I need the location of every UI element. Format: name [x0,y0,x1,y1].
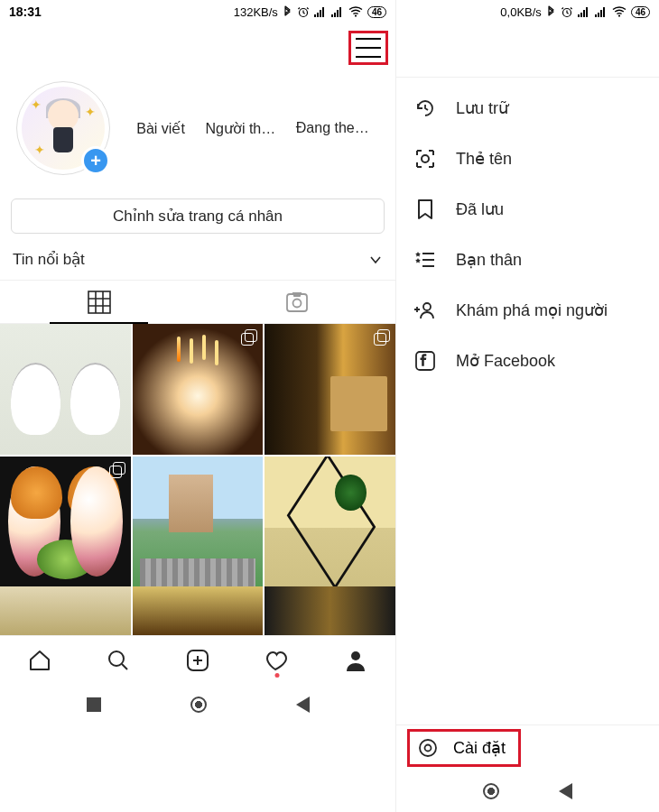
plus-square-icon [185,648,210,673]
chevron-down-icon [368,253,383,267]
profile-top-bar [0,23,395,72]
multi-post-icon [109,462,125,478]
settings-label[interactable]: Cài đặt [453,738,506,758]
post-thumbnail[interactable] [133,324,264,455]
gear-icon[interactable] [415,735,441,761]
recents-button[interactable] [87,697,101,712]
svg-point-12 [292,299,301,307]
svg-rect-3 [320,10,321,17]
bluetooth-icon [283,5,292,18]
svg-point-13 [109,651,124,666]
svg-point-15 [351,651,360,660]
signal-icon [331,6,344,17]
home-tab[interactable] [26,647,53,674]
menu-close-friends[interactable]: Bạn thân [396,235,659,285]
svg-point-29 [420,740,436,756]
menu-open-facebook[interactable]: Mở Facebook [396,336,659,386]
home-icon [27,648,52,673]
svg-point-9 [355,15,357,17]
following-stat[interactable]: Đang the… [296,120,369,137]
post-thumbnail[interactable] [133,457,264,587]
svg-point-26 [422,155,429,162]
search-tab[interactable] [105,647,132,674]
tagged-tab[interactable] [198,281,395,323]
post-thumbnail[interactable] [265,586,395,635]
svg-rect-6 [334,13,336,17]
settings-row: Cài đặt [396,724,659,770]
hamburger-icon[interactable] [356,38,381,58]
svg-point-25 [618,15,620,17]
activity-tab[interactable] [264,647,291,674]
profile-avatar[interactable]: ✦✦✦✦ + [16,81,110,175]
tagged-icon [284,290,310,315]
menu-label: Đã lưu [456,199,504,219]
menu-discover-people[interactable]: Khám phá mọi người [396,285,659,336]
grid-tab[interactable] [0,281,198,323]
svg-rect-21 [595,14,597,17]
add-story-icon[interactable]: + [81,146,110,175]
menu-label: Mở Facebook [456,351,555,371]
post-thumbnail[interactable] [133,586,264,635]
add-post-tab[interactable] [184,647,211,674]
post-thumbnail[interactable] [0,457,131,587]
svg-rect-4 [322,7,324,17]
svg-point-27 [423,303,431,310]
signal-icon [578,6,590,17]
discover-people-icon [413,298,438,323]
posts-grid-partial [0,586,395,635]
svg-rect-20 [586,7,588,17]
drawer-header [396,23,659,78]
battery-indicator: 46 [631,6,650,18]
svg-rect-19 [583,10,585,17]
menu-list: Lưu trữ Thẻ tên Đã lưu Bạn thân Khám phá… [396,78,659,724]
svg-rect-8 [339,7,341,17]
profile-info-row: ✦✦✦✦ + Bài viết Người th… Đang the… [0,72,395,180]
profile-icon [343,648,368,673]
svg-rect-17 [578,14,580,17]
profile-stats: Bài viết Người th… Đang the… [110,120,379,137]
status-speed: 132KB/s [234,5,278,19]
menu-drawer-screen: 0,0KB/s 46 Lưu trữ Thẻ tên Đã lưu [396,0,659,812]
menu-saved[interactable]: Đã lưu [396,184,659,235]
post-thumbnail[interactable] [265,457,395,587]
status-time: 18:31 [9,5,42,19]
home-button[interactable] [483,783,499,799]
alarm-icon [297,5,310,18]
profile-tabs [0,281,395,324]
menu-label: Khám phá mọi người [456,300,608,320]
svg-point-30 [425,745,432,752]
post-thumbnail[interactable] [265,324,395,455]
followers-stat[interactable]: Người th… [205,120,275,137]
menu-label: Bạn thân [456,250,522,270]
close-friends-icon [413,247,438,272]
battery-indicator: 46 [367,6,386,18]
svg-rect-22 [598,13,599,17]
bluetooth-icon [546,5,556,18]
svg-rect-18 [580,13,582,17]
home-button[interactable] [190,697,207,713]
svg-rect-5 [331,14,333,17]
status-bar: 18:31 132KB/s 46 [0,0,395,23]
post-thumbnail[interactable] [0,324,131,455]
status-bar: 0,0KB/s 46 [396,0,659,23]
search-icon [106,648,131,673]
back-button[interactable] [296,697,310,713]
back-button[interactable] [559,783,572,799]
alarm-icon [561,5,573,18]
profile-tab[interactable] [342,647,369,674]
multi-post-icon [374,329,390,346]
post-thumbnail[interactable] [0,586,131,635]
menu-archive[interactable]: Lưu trữ [396,83,659,134]
posts-grid [0,324,395,586]
heart-icon [265,648,290,673]
android-nav-bar [396,770,659,812]
nametag-icon [413,146,438,171]
edit-profile-button[interactable]: Chỉnh sửa trang cá nhân [11,198,385,234]
menu-nametag[interactable]: Thẻ tên [396,134,659,184]
story-highlights-row[interactable]: Tin nổi bật [0,241,395,281]
posts-stat[interactable]: Bài viết [136,120,185,137]
svg-rect-1 [314,14,316,17]
bookmark-icon [413,197,438,222]
menu-label: Lưu trữ [456,98,508,118]
svg-rect-23 [600,10,602,17]
